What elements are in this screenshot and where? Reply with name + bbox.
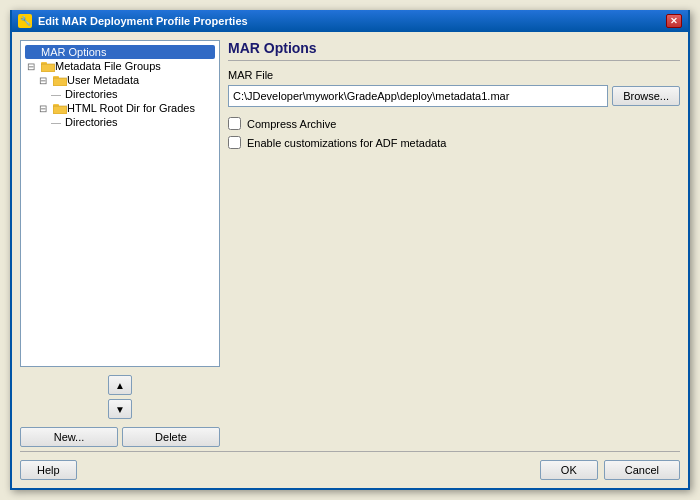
svg-rect-3 <box>53 78 67 86</box>
bottom-bar: Help OK Cancel <box>20 451 680 480</box>
main-content: MAR Options ⊟ Metadata File Groups <box>20 40 680 447</box>
dialog-icon: 🔧 <box>18 14 32 28</box>
expand-dir2: — <box>51 117 65 128</box>
folder-icon-user-metadata <box>53 75 67 86</box>
svg-rect-6 <box>53 106 67 114</box>
expand-metadata: ⊟ <box>27 61 41 72</box>
close-button[interactable]: ✕ <box>666 14 682 28</box>
folder-icon-html-root <box>53 103 67 114</box>
ok-cancel-buttons: OK Cancel <box>540 460 680 480</box>
tree-item-directories-2[interactable]: — Directories <box>49 115 215 129</box>
up-down-buttons: ▲ ▼ <box>20 371 220 423</box>
file-row: Browse... <box>228 85 680 107</box>
tree-item-directories-1[interactable]: — Directories <box>49 87 215 101</box>
browse-button[interactable]: Browse... <box>612 86 680 106</box>
compress-archive-label: Compress Archive <box>247 118 336 130</box>
move-up-button[interactable]: ▲ <box>108 375 132 395</box>
tree-area: MAR Options ⊟ Metadata File Groups <box>20 40 220 367</box>
enable-customizations-row: Enable customizations for ADF metadata <box>228 136 680 149</box>
enable-customizations-label: Enable customizations for ADF metadata <box>247 137 446 149</box>
right-panel-title: MAR Options <box>228 40 680 61</box>
right-panel: MAR Options MAR File Browse... Compress … <box>228 40 680 447</box>
main-dialog: 🔧 Edit MAR Deployment Profile Properties… <box>10 10 690 490</box>
move-down-button[interactable]: ▼ <box>108 399 132 419</box>
compress-archive-checkbox[interactable] <box>228 117 241 130</box>
folder-icon-metadata <box>41 61 55 72</box>
tree-label-directories-1: Directories <box>65 88 118 100</box>
expand-dir1: — <box>51 89 65 100</box>
tree-label-directories-2: Directories <box>65 116 118 128</box>
expand-html-root: ⊟ <box>39 103 53 114</box>
tree-label-metadata: Metadata File Groups <box>55 60 161 72</box>
left-panel: MAR Options ⊟ Metadata File Groups <box>20 40 220 447</box>
mar-file-input[interactable] <box>228 85 608 107</box>
enable-customizations-checkbox[interactable] <box>228 136 241 149</box>
tree-item-html-root[interactable]: ⊟ HTML Root Dir for Grades <box>37 101 215 115</box>
tree-item-user-metadata[interactable]: ⊟ User Metadata <box>37 73 215 87</box>
tree-label-html-root: HTML Root Dir for Grades <box>67 102 195 114</box>
tree-label-mar-options: MAR Options <box>41 46 106 58</box>
title-bar-left: 🔧 Edit MAR Deployment Profile Properties <box>18 14 248 28</box>
svg-rect-7 <box>53 104 59 107</box>
title-bar: 🔧 Edit MAR Deployment Profile Properties… <box>12 10 688 32</box>
dialog-title: Edit MAR Deployment Profile Properties <box>38 15 248 27</box>
ok-button[interactable]: OK <box>540 460 598 480</box>
help-button[interactable]: Help <box>20 460 77 480</box>
svg-rect-4 <box>53 76 59 79</box>
expand-user-metadata: ⊟ <box>39 75 53 86</box>
svg-rect-1 <box>41 62 47 65</box>
tree-item-metadata-file-groups[interactable]: ⊟ Metadata File Groups <box>25 59 215 73</box>
compress-archive-row: Compress Archive <box>228 117 680 130</box>
delete-button[interactable]: Delete <box>122 427 220 447</box>
new-button[interactable]: New... <box>20 427 118 447</box>
left-action-buttons: New... Delete <box>20 427 220 447</box>
mar-file-label: MAR File <box>228 69 680 81</box>
tree-item-mar-options[interactable]: MAR Options <box>25 45 215 59</box>
tree-label-user-metadata: User Metadata <box>67 74 139 86</box>
svg-rect-0 <box>41 64 55 72</box>
dialog-body: MAR Options ⊟ Metadata File Groups <box>12 32 688 488</box>
cancel-button[interactable]: Cancel <box>604 460 680 480</box>
